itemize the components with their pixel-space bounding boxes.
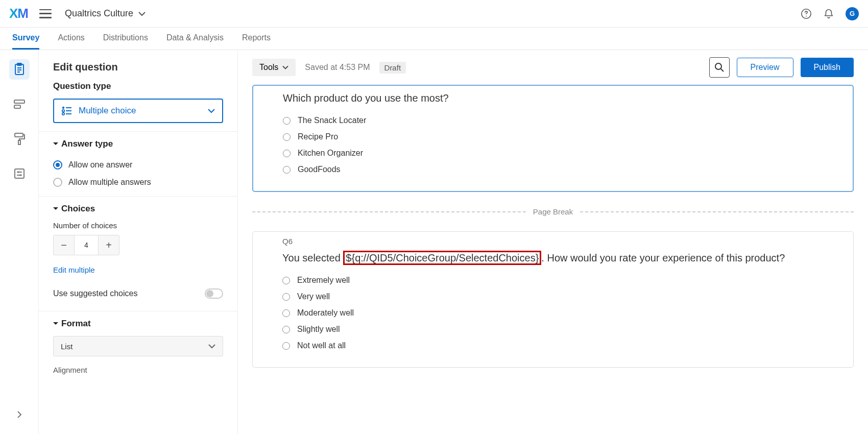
- radio-icon: [282, 277, 290, 284]
- rail-builder[interactable]: [9, 59, 30, 80]
- canvas[interactable]: Which product do you use the most? The S…: [238, 85, 868, 434]
- svg-line-23: [721, 69, 724, 71]
- sidebar: Edit question Question type Multiple cho…: [39, 50, 238, 434]
- rail-look-feel[interactable]: [9, 129, 30, 149]
- choice-row[interactable]: Not well at all: [282, 337, 824, 354]
- alignment-label: Alignment: [53, 366, 223, 374]
- bell-icon[interactable]: [823, 8, 834, 19]
- choice-label: GoodFoods: [298, 165, 341, 174]
- search-icon: [714, 62, 725, 73]
- question-type-value: Multiple choice: [79, 106, 136, 116]
- search-button[interactable]: [709, 57, 730, 78]
- choice-row[interactable]: The Snack Locater: [283, 112, 823, 129]
- publish-button[interactable]: Publish: [801, 58, 854, 77]
- svg-rect-7: [14, 100, 25, 103]
- svg-point-13: [17, 171, 19, 173]
- menu-icon[interactable]: [39, 9, 52, 18]
- help-icon[interactable]: [801, 8, 812, 19]
- stepper-minus[interactable]: −: [54, 235, 74, 255]
- tools-label: Tools: [259, 63, 278, 72]
- radio-icon: [283, 133, 291, 141]
- tab-distributions[interactable]: Distributions: [103, 28, 148, 50]
- avatar[interactable]: G: [846, 7, 859, 20]
- format-value: List: [61, 342, 73, 351]
- nav-tabs: Survey Actions Distributions Data & Anal…: [0, 28, 868, 50]
- radio-icon: [282, 309, 290, 317]
- caret-down-icon: [53, 322, 58, 326]
- num-choices-stepper: − 4 +: [53, 235, 119, 255]
- choice-label: The Snack Locater: [298, 116, 366, 125]
- choice-row[interactable]: Very well: [282, 288, 824, 305]
- suggested-choices-label: Use suggested choices: [53, 289, 137, 298]
- question-type-label: Question type: [53, 81, 223, 91]
- choice-row[interactable]: GoodFoods: [283, 161, 823, 178]
- format-select[interactable]: List: [53, 336, 223, 356]
- rail-expand[interactable]: [17, 411, 22, 419]
- svg-rect-9: [15, 133, 23, 137]
- question-q5[interactable]: Which product do you use the most? The S…: [252, 85, 854, 192]
- sidebar-title: Edit question: [39, 60, 237, 81]
- preview-button[interactable]: Preview: [737, 58, 793, 77]
- svg-point-22: [715, 63, 721, 69]
- top-bar: XM Qualtrics Culture G: [0, 0, 868, 28]
- choice-row[interactable]: Extremely well: [282, 272, 824, 288]
- choice-row[interactable]: Recipe Pro: [283, 129, 823, 145]
- chevron-down-icon: [282, 65, 288, 70]
- chevron-down-icon: [208, 108, 215, 113]
- answer-option-label: Allow multiple answers: [68, 178, 151, 187]
- svg-rect-8: [14, 105, 20, 108]
- format-label: Format: [61, 319, 91, 329]
- chevron-down-icon: [208, 344, 215, 349]
- edit-multiple-link[interactable]: Edit multiple: [53, 266, 95, 274]
- saved-status: Saved at 4:53 PM: [305, 63, 370, 72]
- choice-row[interactable]: Kitchen Organizer: [283, 145, 823, 161]
- choices-header[interactable]: Choices: [53, 204, 223, 214]
- question-text[interactable]: Which product do you use the most?: [283, 91, 823, 105]
- answer-type-header[interactable]: Answer type: [53, 139, 223, 149]
- stepper-plus[interactable]: +: [99, 235, 119, 255]
- question-id: Q6: [282, 237, 824, 246]
- project-name-label: Qualtrics Culture: [65, 8, 133, 19]
- choice-label: Extremely well: [297, 276, 350, 285]
- radio-icon: [283, 150, 291, 157]
- answer-option-label: Allow one answer: [68, 160, 132, 170]
- tab-data-analysis[interactable]: Data & Analysis: [166, 28, 224, 50]
- draft-badge: Draft: [379, 62, 406, 74]
- tools-button[interactable]: Tools: [252, 59, 296, 76]
- question-type-select[interactable]: Multiple choice: [53, 99, 223, 123]
- question-text[interactable]: You selected ${q://QID5/ChoiceGroup/Sele…: [282, 251, 824, 265]
- svg-point-18: [62, 110, 64, 112]
- rail-options[interactable]: [9, 163, 30, 184]
- choice-row[interactable]: Moderately well: [282, 305, 824, 321]
- tab-actions[interactable]: Actions: [58, 28, 84, 50]
- choice-label: Slightly well: [297, 325, 340, 334]
- multiple-choice-icon: [61, 106, 73, 115]
- answer-allow-one[interactable]: Allow one answer: [53, 156, 223, 174]
- svg-point-20: [62, 113, 64, 115]
- radio-icon: [53, 160, 62, 170]
- page-break-label: Page Break: [526, 207, 580, 216]
- caret-down-icon: [53, 142, 58, 146]
- radio-icon: [282, 293, 290, 301]
- tab-reports[interactable]: Reports: [242, 28, 271, 50]
- piped-text[interactable]: ${q://QID5/ChoiceGroup/SelectedChoices}: [343, 251, 541, 265]
- tab-survey[interactable]: Survey: [12, 28, 39, 50]
- answer-allow-multiple[interactable]: Allow multiple answers: [53, 174, 223, 191]
- radio-icon: [282, 342, 290, 350]
- format-header[interactable]: Format: [53, 319, 223, 329]
- stepper-value[interactable]: 4: [74, 235, 99, 255]
- question-q6[interactable]: Q6 You selected ${q://QID5/ChoiceGroup/S…: [252, 231, 854, 368]
- choice-label: Recipe Pro: [298, 132, 338, 141]
- answer-type-label: Answer type: [61, 139, 113, 149]
- suggested-choices-toggle[interactable]: [205, 288, 223, 299]
- svg-point-15: [19, 174, 21, 176]
- rail-flow[interactable]: [9, 94, 30, 114]
- q6-suffix: . How would you rate your experience of …: [541, 252, 785, 263]
- project-dropdown[interactable]: Qualtrics Culture: [65, 8, 146, 19]
- num-choices-label: Number of choices: [53, 221, 223, 230]
- q6-prefix: You selected: [282, 252, 343, 263]
- svg-rect-10: [18, 140, 20, 144]
- choices-label: Choices: [61, 204, 95, 214]
- choice-row[interactable]: Slightly well: [282, 321, 824, 337]
- svg-point-1: [806, 15, 807, 16]
